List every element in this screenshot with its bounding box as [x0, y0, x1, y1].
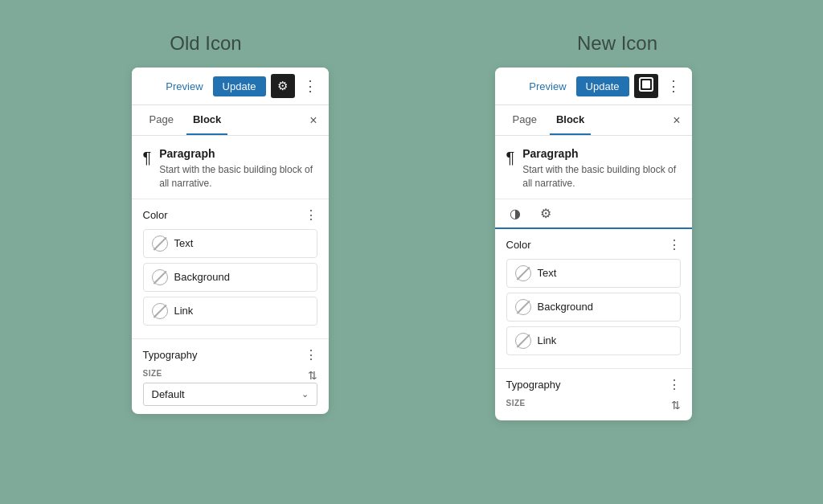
new-paragraph-description: Start with the basic building block of a…	[522, 163, 680, 191]
old-color-label: Color	[143, 209, 168, 221]
old-chevron-icon: ⌄	[301, 389, 309, 400]
old-update-button[interactable]: Update	[213, 76, 266, 96]
new-typography-more-button[interactable]: ⋮	[668, 377, 681, 392]
new-color-more-button[interactable]: ⋮	[668, 237, 681, 252]
new-color-header: Color ⋮	[506, 237, 681, 252]
old-typography-section: Typography ⋮ SIZE ⇅ Default ⌄	[132, 339, 329, 414]
old-color-text-circle	[152, 236, 168, 252]
new-paragraph-icon: ¶	[506, 149, 515, 167]
new-close-button[interactable]: ×	[673, 113, 680, 128]
new-icon-tabs: ◑ ⚙	[495, 199, 692, 229]
new-color-bg-circle	[515, 299, 531, 315]
new-toolbar: Preview Update ⋮	[495, 68, 692, 105]
new-color-text-item[interactable]: Text	[506, 259, 681, 288]
old-size-select-value: Default	[152, 388, 185, 400]
old-color-header: Color ⋮	[143, 207, 317, 223]
old-color-background-item[interactable]: Background	[143, 263, 317, 292]
old-size-label: SIZE	[143, 369, 162, 378]
old-settings-icon-button[interactable]: ⚙	[271, 74, 295, 98]
old-tab-page[interactable]: Page	[143, 105, 180, 135]
page-title-row: Old Icon New Icon	[0, 0, 823, 68]
new-color-link-circle	[515, 333, 531, 349]
old-paragraph-icon: ¶	[143, 149, 152, 167]
old-color-link-label: Link	[174, 305, 194, 317]
new-tab-page[interactable]: Page	[506, 105, 543, 135]
old-paragraph-title: Paragraph	[159, 147, 317, 160]
new-color-bg-label: Background	[538, 301, 593, 313]
old-tabs: Page Block ×	[132, 105, 329, 136]
new-contrast-tab[interactable]: ◑	[506, 199, 524, 229]
old-size-select[interactable]: Default ⌄	[143, 383, 317, 406]
new-typography-header: Typography ⋮	[506, 377, 681, 392]
old-block-info: ¶ Paragraph Start with the basic buildin…	[132, 136, 329, 199]
old-color-link-circle	[152, 303, 168, 319]
new-size-label: SIZE	[506, 399, 526, 408]
new-preview-button[interactable]: Preview	[524, 77, 571, 96]
old-size-icon-button[interactable]: ⇅	[308, 369, 317, 382]
new-paragraph-title: Paragraph	[522, 147, 680, 160]
old-more-options-button[interactable]: ⋮	[300, 76, 321, 96]
new-more-options-button[interactable]: ⋮	[663, 76, 684, 96]
new-icon-title: New Icon	[577, 32, 657, 54]
new-typography-label: Typography	[506, 379, 561, 391]
new-block-text: Paragraph Start with the basic building …	[522, 147, 680, 191]
old-color-link-item[interactable]: Link	[143, 297, 317, 326]
new-update-button[interactable]: Update	[576, 76, 629, 96]
new-block-icon	[639, 77, 653, 96]
new-block-info: ¶ Paragraph Start with the basic buildin…	[495, 136, 692, 199]
old-block-text: Paragraph Start with the basic building …	[159, 147, 317, 191]
new-color-background-item[interactable]: Background	[506, 293, 681, 322]
new-icon-button[interactable]	[634, 74, 658, 98]
new-color-link-label: Link	[538, 334, 557, 346]
old-color-text-item[interactable]: Text	[143, 229, 317, 258]
old-color-more-button[interactable]: ⋮	[305, 207, 317, 223]
old-size-row: SIZE ⇅	[143, 369, 317, 383]
new-icon-panel: Preview Update ⋮ Page Block × ¶ Paragra	[495, 68, 692, 420]
new-tab-block[interactable]: Block	[550, 105, 591, 135]
new-typography-section: Typography ⋮ SIZE ⇅	[495, 369, 692, 420]
old-preview-button[interactable]: Preview	[161, 77, 207, 96]
old-color-section: Color ⋮ Text Background Link	[132, 199, 329, 339]
old-toolbar: Preview Update ⚙ ⋮	[132, 68, 329, 105]
old-gear-icon: ⚙	[277, 79, 288, 93]
old-color-bg-label: Background	[174, 271, 230, 283]
old-typography-header: Typography ⋮	[143, 347, 317, 363]
panels-row: Preview Update ⚙ ⋮ Page Block × ¶ Paragr…	[0, 68, 823, 420]
new-size-icon-button[interactable]: ⇅	[671, 399, 681, 412]
new-tabs: Page Block ×	[495, 105, 692, 136]
new-gear-tab[interactable]: ⚙	[537, 199, 555, 227]
old-icon-panel: Preview Update ⚙ ⋮ Page Block × ¶ Paragr…	[132, 68, 329, 414]
old-color-text-label: Text	[174, 237, 194, 249]
old-paragraph-description: Start with the basic building block of a…	[159, 163, 317, 191]
new-color-section: Color ⋮ Text Background Link	[495, 229, 692, 369]
old-icon-title: Old Icon	[170, 32, 241, 54]
old-close-button[interactable]: ×	[309, 113, 317, 128]
old-color-bg-circle	[152, 269, 168, 285]
old-typography-more-button[interactable]: ⋮	[305, 347, 317, 363]
new-size-row: SIZE ⇅	[506, 399, 681, 412]
new-color-link-item[interactable]: Link	[506, 326, 681, 355]
new-color-text-label: Text	[538, 267, 557, 279]
new-color-text-circle	[515, 265, 531, 281]
old-typography-label: Typography	[143, 349, 198, 361]
new-color-label: Color	[506, 239, 531, 251]
new-gear-icon: ⚙	[540, 207, 551, 220]
new-contrast-icon: ◑	[510, 207, 521, 220]
svg-rect-1	[642, 80, 650, 88]
old-tab-block[interactable]: Block	[186, 105, 227, 135]
